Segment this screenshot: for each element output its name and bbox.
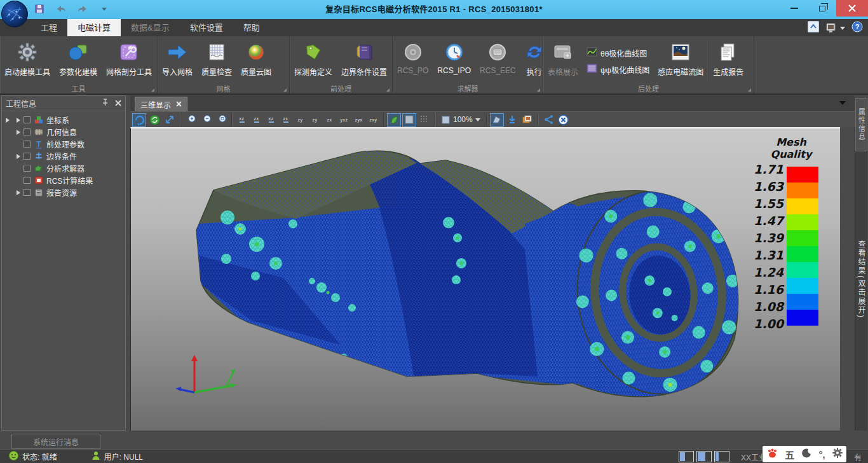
quality-cloud-button[interactable]: 质量云图 — [236, 38, 276, 84]
view-zy-button[interactable]: zy — [294, 113, 307, 127]
flat-shading-button[interactable] — [402, 113, 416, 127]
ime-punctuation-button[interactable]: °, — [818, 449, 825, 460]
section-view-button[interactable] — [490, 113, 504, 127]
layout-split-panel-button[interactable] — [696, 451, 712, 462]
group-expand-icon[interactable] — [386, 88, 390, 92]
app-logo[interactable] — [1, 1, 28, 27]
group-expand-icon[interactable] — [748, 88, 751, 92]
view-iso2-button[interactable]: zyx — [352, 113, 365, 127]
checkbox[interactable] — [24, 116, 31, 123]
panel-close-icon[interactable] — [115, 99, 121, 108]
rcs-ipo-button[interactable]: RCS_IPO — [433, 38, 475, 84]
tab-em-compute[interactable]: 电磁计算 — [67, 19, 121, 36]
import-mesh-button[interactable]: 导入网格 — [158, 38, 197, 84]
checkbox[interactable] — [24, 153, 31, 160]
properties-collapsed-tab[interactable]: 属性信息 — [855, 98, 867, 151]
tab-close-icon[interactable] — [176, 100, 182, 109]
tree-item-preprocess-params[interactable]: T 前处理参数 — [2, 138, 125, 150]
close-button[interactable] — [836, 0, 868, 17]
zoom-out-button[interactable] — [199, 113, 213, 127]
wireframe-button[interactable] — [417, 113, 431, 127]
ribbon-group-postprocess: 表格展示 θθ极化曲线图 ψψ极化曲线图 — [543, 36, 754, 93]
tree-item-solver[interactable]: 分析求解器 — [2, 162, 125, 174]
collapse-ribbon-icon[interactable] — [808, 21, 819, 35]
ime-toolbar[interactable]: 五 °, — [763, 446, 846, 462]
group-expand-icon[interactable] — [151, 88, 154, 92]
generate-report-button[interactable]: 生成报告 — [709, 38, 748, 84]
quality-check-button[interactable]: 质量检查 — [197, 38, 236, 84]
tab-3d-display[interactable]: 三维显示 — [135, 97, 187, 111]
legend-value: 1.39 — [754, 230, 787, 247]
tab-list-dropdown-icon[interactable] — [839, 101, 846, 105]
ime-settings-gear-icon[interactable] — [832, 448, 843, 460]
view-zx2-button[interactable]: zx — [279, 113, 292, 127]
induced-current-map-button[interactable]: 感应电磁流图 — [653, 38, 708, 84]
viewport-3d[interactable]: Mesh Quality 1.71 1.63 1.55 1.47 1.39 1.… — [130, 127, 840, 431]
tree-item-rcs-results[interactable]: RCS计算结果 — [2, 174, 125, 186]
rotate-view-button[interactable] — [132, 113, 146, 127]
ime-mode-button[interactable]: 五 — [785, 448, 794, 461]
parametric-modeling-button[interactable]: 参数化建模 — [55, 38, 102, 84]
theta-curve-button[interactable]: θθ极化曲线图 — [587, 47, 649, 59]
layout-left-panel-button[interactable] — [679, 451, 694, 462]
rcs-eec-button[interactable]: RCS_EEC — [475, 38, 520, 84]
stop-button[interactable] — [557, 113, 571, 127]
checkbox[interactable] — [24, 128, 31, 135]
view-zy2-button[interactable]: zy — [308, 113, 322, 127]
tree-item-geometry-info[interactable]: 几何信息 — [2, 126, 125, 138]
help-icon[interactable]: ? — [851, 21, 863, 35]
rcs-po-button[interactable]: RCS_PO — [393, 38, 433, 84]
pin-icon[interactable] — [102, 99, 109, 108]
ime-logo-paw-icon[interactable] — [766, 448, 778, 461]
tab-project[interactable]: 工程 — [31, 19, 67, 36]
view-zx-button[interactable]: zx — [250, 113, 263, 127]
layout-thin-panel-button[interactable] — [714, 451, 729, 462]
zoom-in-button[interactable] — [184, 113, 198, 127]
view-xz-button[interactable]: xz — [235, 113, 248, 127]
solver-ipo-clock-icon — [445, 39, 464, 65]
tree-item-report-resources[interactable]: 报告资源 — [2, 186, 125, 198]
view-xz2-button[interactable]: xz — [264, 113, 278, 127]
ime-moon-icon[interactable] — [802, 448, 811, 460]
table-view-button[interactable]: 表格展示 — [543, 38, 583, 84]
tree-item-boundary-conditions[interactable]: 边界条件 — [2, 150, 125, 162]
view-zx3-button[interactable]: zx — [323, 113, 336, 127]
checkbox[interactable] — [24, 177, 31, 184]
tree-item-coordinate-system[interactable]: 坐标系 — [2, 114, 125, 126]
minimize-button[interactable] — [780, 0, 808, 17]
smooth-shading-button[interactable] — [387, 113, 401, 127]
checkbox[interactable] — [24, 165, 31, 172]
import-view-button[interactable] — [505, 113, 519, 127]
launch-modeler-button[interactable]: 启动建模工具 — [0, 38, 55, 84]
zoom-level-dropdown[interactable]: 100% — [438, 115, 483, 125]
flow-trace-button[interactable] — [541, 113, 555, 127]
probe-angle-label: 探测角定义 — [294, 66, 332, 77]
system-messages-tab[interactable]: 系统运行消息 — [11, 434, 100, 449]
display-mode-icon[interactable] — [825, 22, 845, 34]
restore-button[interactable] — [808, 0, 836, 17]
checkbox[interactable] — [24, 141, 31, 148]
layers-button[interactable] — [520, 113, 534, 127]
view-iso3-button[interactable]: zxy — [367, 113, 380, 127]
boundary-settings-button[interactable]: 边界条件设置 — [337, 38, 391, 84]
probe-angle-button[interactable]: 探测角定义 — [290, 38, 337, 84]
boundary-settings-label: 边界条件设置 — [341, 66, 387, 77]
solver-eec-icon — [488, 39, 507, 65]
status-bar: 状态: 就绪 用户: NULL XX工业 有 — [0, 449, 868, 463]
refresh-view-button[interactable] — [147, 113, 161, 127]
group-expand-icon[interactable] — [283, 88, 287, 92]
results-collapsed-strip[interactable]: 查看结果(双击展开) — [855, 127, 867, 431]
pan-view-button[interactable] — [163, 113, 177, 127]
tab-data-display[interactable]: 数据&显示 — [121, 19, 180, 36]
group-expand-icon[interactable] — [537, 88, 540, 92]
zoom-fit-button[interactable] — [214, 113, 228, 127]
tab-settings[interactable]: 软件设置 — [180, 19, 233, 36]
psi-curve-button[interactable]: ψψ极化曲线图 — [587, 64, 649, 75]
ribbon-group-tools: 启动建模工具 参数化建模 网格剖分工具 工具 — [0, 36, 158, 93]
tab-help[interactable]: 帮助 — [233, 19, 270, 36]
checkbox[interactable] — [24, 189, 31, 196]
view-iso1-button[interactable]: yxz — [337, 113, 351, 127]
quality-cloud-label: 质量云图 — [241, 66, 271, 77]
mesh-tool-button[interactable]: 网格剖分工具 — [102, 38, 156, 84]
mesh-model — [131, 128, 840, 431]
